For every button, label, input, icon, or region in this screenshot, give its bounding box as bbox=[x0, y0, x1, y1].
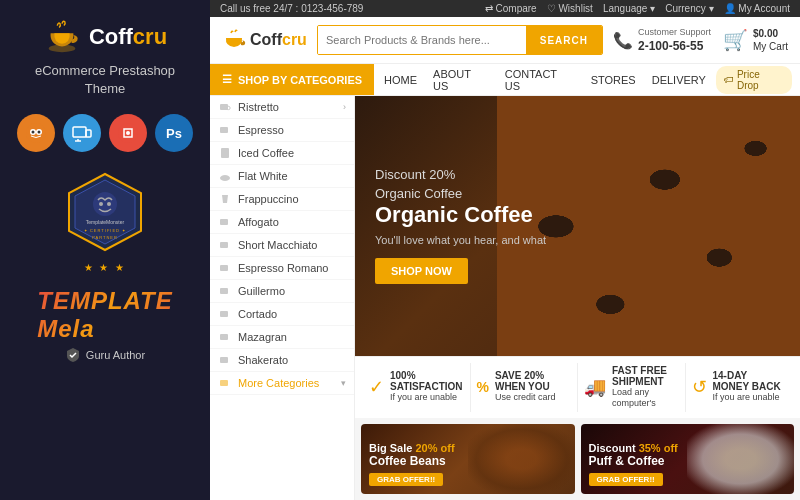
svg-line-40 bbox=[756, 243, 800, 261]
categories-sidebar: Ristretto › Espresso Iced Coffee Flat Wh… bbox=[210, 96, 355, 500]
svg-rect-27 bbox=[220, 288, 228, 294]
price-drop-badge[interactable]: 🏷 Price Drop bbox=[716, 66, 792, 94]
categories-button[interactable]: ☰ SHOP BY CATEGORIES bbox=[210, 64, 374, 95]
nav-contact[interactable]: CONTACT US bbox=[505, 64, 575, 95]
svg-text:✦ CERTIFIED ✦: ✦ CERTIFIED ✦ bbox=[84, 228, 126, 233]
compare-link[interactable]: ⇄ Compare bbox=[485, 3, 537, 14]
header-logo: Coffcru bbox=[222, 28, 307, 52]
feature-desc-1: If you are unable bbox=[390, 392, 464, 404]
tech-icons-row: Ps bbox=[17, 114, 193, 152]
promo-discount-1: Big Sale 20% off bbox=[369, 442, 455, 454]
hexagon-shape: TemplateMonster ✦ CERTIFIED ✦ PARTNER bbox=[65, 172, 145, 262]
language-link[interactable]: Language ▾ bbox=[603, 3, 655, 14]
svg-point-39 bbox=[745, 221, 800, 284]
top-bar: Call us free 24/7 : 0123-456-789 ⇄ Compa… bbox=[210, 0, 800, 17]
feature-save: % SAVE 20% WHEN YOU Use credit card bbox=[471, 363, 579, 412]
features-bar: ✓ 100% SATISFACTION If you are unable % … bbox=[355, 356, 800, 418]
svg-point-23 bbox=[220, 175, 230, 181]
cat-guillermo[interactable]: Guillermo bbox=[210, 280, 354, 303]
chevron-down-icon: ▾ bbox=[341, 378, 346, 388]
header-logo-text: Coffcru bbox=[250, 31, 307, 49]
customer-support: 📞 Customer Support 2-100-56-55 bbox=[613, 27, 713, 53]
cat-short-macchiato[interactable]: Short Macchiato bbox=[210, 234, 354, 257]
search-button[interactable]: SEARCH bbox=[526, 26, 602, 54]
nav-stores[interactable]: STORES bbox=[591, 64, 636, 95]
cat-more-categories[interactable]: More Categories ▾ bbox=[210, 372, 354, 395]
nav-bar: ☰ SHOP BY CATEGORIES HOME ABOUT US CONTA… bbox=[210, 64, 800, 96]
feature-title-3: FAST FREE SHIPMENT bbox=[612, 365, 679, 387]
hero-banner: Discount 20% Organic Coffee Organic Coff… bbox=[355, 96, 800, 356]
main-content: Ristretto › Espresso Iced Coffee Flat Wh… bbox=[210, 96, 800, 500]
account-link[interactable]: 👤 My Account bbox=[724, 3, 790, 14]
grab-offer-btn-2[interactable]: GRAB OFFER!! bbox=[589, 473, 663, 486]
feature-title-4: 14-DAY MONEY BACK bbox=[713, 370, 787, 392]
phone-icon: 📞 bbox=[613, 31, 633, 50]
hero-discount-text: Discount 20% bbox=[375, 167, 546, 182]
shop-now-button[interactable]: SHOP NOW bbox=[375, 258, 468, 284]
currency-link[interactable]: Currency ▾ bbox=[665, 3, 713, 14]
promo-name-2: Puff & Coffee bbox=[589, 454, 678, 468]
feature-desc-4: If you are unable bbox=[713, 392, 787, 404]
feature-moneyback: ↺ 14-DAY MONEY BACK If you are unable bbox=[686, 363, 793, 412]
theme-subtitle: eCommerce Prestashop Theme bbox=[14, 62, 196, 98]
header-coffee-icon bbox=[222, 28, 246, 52]
cat-mazagran[interactable]: Mazagran bbox=[210, 326, 354, 349]
svg-rect-28 bbox=[220, 311, 228, 317]
photoshop-icon: Ps bbox=[155, 114, 193, 152]
search-input[interactable] bbox=[318, 26, 526, 54]
right-panel: Call us free 24/7 : 0123-456-789 ⇄ Compa… bbox=[210, 0, 800, 500]
wishlist-link[interactable]: ♡ Wishlist bbox=[547, 3, 593, 14]
nav-about[interactable]: ABOUT US bbox=[433, 64, 489, 95]
brand-logo-area: Coffcru bbox=[43, 18, 167, 56]
svg-text:TemplateMonster: TemplateMonster bbox=[86, 219, 125, 225]
guru-author-label: Guru Author bbox=[65, 347, 145, 363]
promo-card-1-image bbox=[468, 424, 575, 494]
top-bar-right[interactable]: ⇄ Compare ♡ Wishlist Language ▾ Currency… bbox=[485, 3, 790, 14]
top-bar-left: Call us free 24/7 : 0123-456-789 bbox=[220, 3, 363, 14]
svg-point-15 bbox=[99, 202, 103, 206]
svg-rect-25 bbox=[220, 242, 228, 248]
promo-cards: Big Sale 20% off Coffee Beans GRAB OFFER… bbox=[355, 418, 800, 500]
nav-home[interactable]: HOME bbox=[384, 64, 417, 95]
search-bar[interactable]: SEARCH bbox=[317, 25, 603, 55]
cat-cortado[interactable]: Cortado bbox=[210, 303, 354, 326]
cat-espresso[interactable]: Espresso bbox=[210, 119, 354, 142]
promo-card-beans[interactable]: Big Sale 20% off Coffee Beans GRAB OFFER… bbox=[361, 424, 575, 494]
hero-title: Organic Coffee Organic Coffee bbox=[375, 186, 546, 228]
svg-rect-6 bbox=[73, 127, 86, 137]
cat-affogato[interactable]: Affogato bbox=[210, 211, 354, 234]
nav-delivery[interactable]: DELIVERY bbox=[652, 64, 706, 95]
promo-card-puff[interactable]: Discount 35% off Puff & Coffee GRAB OFFE… bbox=[581, 424, 795, 494]
svg-rect-30 bbox=[220, 357, 228, 363]
cat-iced-coffee[interactable]: Iced Coffee bbox=[210, 142, 354, 165]
nav-items: HOME ABOUT US CONTACT US STORES DELIVERY bbox=[374, 64, 716, 95]
cat-ristretto[interactable]: Ristretto › bbox=[210, 96, 354, 119]
svg-rect-7 bbox=[86, 130, 91, 137]
svg-point-1 bbox=[26, 123, 46, 143]
svg-line-36 bbox=[564, 205, 603, 221]
cart-area[interactable]: 🛒 $0.00 My Cart bbox=[723, 27, 788, 53]
svg-point-43 bbox=[592, 268, 653, 327]
phone-text: Call us free 24/7 : 0123-456-789 bbox=[220, 3, 363, 14]
cart-label: My Cart bbox=[753, 40, 788, 53]
feature-title-1: 100% SATISFACTION bbox=[390, 370, 464, 392]
check-icon: ✓ bbox=[369, 376, 384, 398]
svg-point-4 bbox=[32, 131, 35, 134]
feature-title-2: SAVE 20% WHEN YOU bbox=[495, 370, 571, 392]
truck-icon: 🚚 bbox=[584, 376, 606, 398]
cat-espresso-romano[interactable]: Espresso Romano bbox=[210, 257, 354, 280]
percent-icon: % bbox=[477, 379, 489, 395]
template-mela-brand: TEMPLATEMela bbox=[37, 287, 173, 343]
chevron-right-icon: › bbox=[343, 102, 346, 112]
rating-stars: ★ ★ ★ bbox=[84, 262, 127, 273]
hero-area: Discount 20% Organic Coffee Organic Coff… bbox=[355, 96, 800, 500]
cat-flat-white[interactable]: Flat White bbox=[210, 165, 354, 188]
cat-frappuccino[interactable]: Frappuccino bbox=[210, 188, 354, 211]
svg-rect-45 bbox=[791, 96, 800, 356]
cat-shakerato[interactable]: Shakerato bbox=[210, 349, 354, 372]
grab-offer-btn-1[interactable]: GRAB OFFER!! bbox=[369, 473, 443, 486]
promo-card-2-image bbox=[687, 424, 794, 494]
svg-rect-24 bbox=[220, 219, 228, 225]
feature-desc-2: Use credit card bbox=[495, 392, 571, 404]
support-number: 2-100-56-55 bbox=[638, 39, 711, 53]
